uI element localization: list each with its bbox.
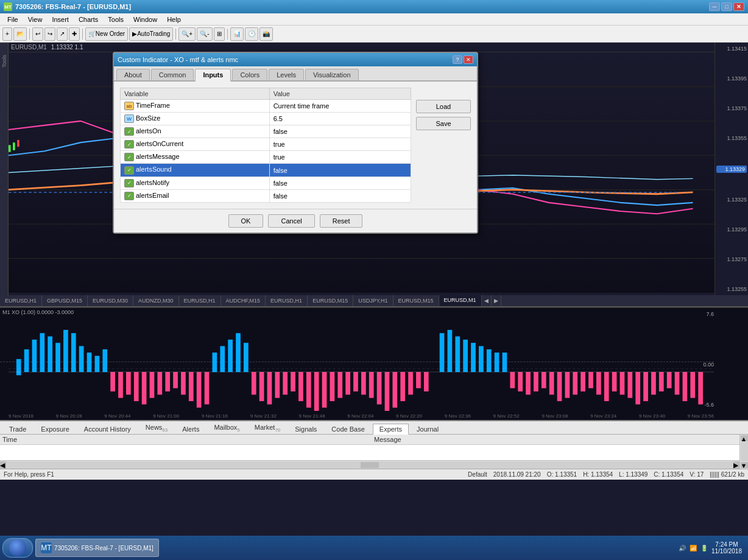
tab-account-history[interactable]: Account History bbox=[77, 424, 138, 434]
new-chart-button[interactable]: + bbox=[2, 27, 12, 41]
new-order-button[interactable]: 🛒 New Order bbox=[85, 27, 128, 41]
row-val-alertsoncurrent[interactable]: true bbox=[269, 138, 411, 151]
row-val-timeframe[interactable]: Current time frame bbox=[269, 100, 411, 113]
tab-nav-left[interactable]: ◀ bbox=[482, 295, 492, 307]
tab-experts[interactable]: Experts bbox=[373, 424, 409, 435]
tab-exposure[interactable]: Exposure bbox=[34, 424, 76, 434]
tab-trade[interactable]: Trade bbox=[2, 424, 33, 434]
arrow-button[interactable]: ↗ bbox=[57, 27, 68, 41]
cancel-button[interactable]: Cancel bbox=[268, 214, 314, 228]
table-row[interactable]: ✓alertsEmail false bbox=[121, 189, 411, 202]
tab-news[interactable]: News63 bbox=[139, 422, 174, 434]
svg-rect-83 bbox=[588, 372, 593, 388]
svg-rect-82 bbox=[580, 372, 585, 391]
table-row[interactable]: ✓alertsOnCurrent true bbox=[121, 138, 411, 151]
chart-tab-eurusdh1-3[interactable]: EURUSD,H1 bbox=[266, 295, 308, 307]
dialog-tab-colors[interactable]: Colors bbox=[232, 69, 267, 80]
chart-tab-eurusdm30[interactable]: EURUSD,M30 bbox=[88, 295, 133, 307]
table-row[interactable]: WBoxSize 6.5 bbox=[121, 113, 411, 125]
h-scrollbar[interactable]: ◀ ▶ bbox=[0, 460, 739, 469]
chart-tab-audchfm15[interactable]: AUDCHF,M15 bbox=[221, 295, 266, 307]
tab-nav-right[interactable]: ▶ bbox=[492, 295, 501, 307]
dialog-tab-common[interactable]: Common bbox=[151, 69, 194, 80]
icon-green-5: ✓ bbox=[124, 179, 134, 187]
close-button[interactable]: ✕ bbox=[733, 2, 744, 11]
screen-button[interactable]: 📸 bbox=[259, 27, 273, 41]
maximize-button[interactable]: □ bbox=[721, 2, 732, 11]
open-button[interactable]: 📂 bbox=[13, 27, 27, 41]
row-val-boxsize[interactable]: 6.5 bbox=[269, 113, 411, 125]
zoom-out-button[interactable]: 🔍- bbox=[197, 27, 212, 41]
tab-alerts[interactable]: Alerts bbox=[175, 424, 206, 434]
grid-button[interactable]: ⊞ bbox=[214, 27, 225, 41]
terminal-scrollbar[interactable]: ▲ ▼ bbox=[739, 435, 748, 469]
dialog-help-button[interactable]: ? bbox=[453, 55, 462, 64]
menu-file[interactable]: File bbox=[2, 15, 23, 24]
scroll-up-btn[interactable]: ▲ bbox=[741, 435, 748, 441]
dialog-close-button[interactable]: ✕ bbox=[464, 55, 473, 64]
zoom-in-button[interactable]: 🔍+ bbox=[178, 27, 196, 41]
system-clock[interactable]: 7:24 PM 11/10/2018 bbox=[711, 541, 742, 555]
clock-button[interactable]: 🕐 bbox=[245, 27, 258, 41]
undo-button[interactable]: ↩ bbox=[32, 27, 43, 41]
row-val-alertson[interactable]: false bbox=[269, 125, 411, 138]
row-val-alertsnotify[interactable]: false bbox=[269, 177, 411, 189]
hscroll-right-btn[interactable]: ▶ bbox=[733, 461, 739, 469]
table-row[interactable]: ✓alertsNotify false bbox=[121, 177, 411, 189]
tab-journal[interactable]: Journal bbox=[410, 424, 445, 434]
menu-view[interactable]: View bbox=[23, 15, 48, 24]
scroll-down-btn[interactable]: ▼ bbox=[741, 462, 748, 468]
tab-signals[interactable]: Signals bbox=[288, 424, 323, 434]
row-val-alertsemail[interactable]: false bbox=[269, 189, 411, 202]
autotrading-button[interactable]: ▶ AutoTrading bbox=[129, 27, 173, 41]
menu-charts[interactable]: Charts bbox=[74, 15, 103, 24]
chart-tab-eurusdm15-2[interactable]: EURUSD,M15 bbox=[393, 295, 439, 307]
taskbar-mt4-item[interactable]: MT 7305206: FBS-Real-7 - [EURSD,M1] bbox=[35, 539, 159, 557]
chart-tab-eurusdm1[interactable]: EURUSD,M1 bbox=[439, 295, 482, 307]
dialog-tab-inputs[interactable]: Inputs bbox=[195, 69, 231, 82]
table-row[interactable]: abTimeFrame Current time frame bbox=[121, 100, 411, 113]
terminal-tab-bar: Trade Exposure Account History News63 Al… bbox=[0, 421, 748, 435]
tab-market[interactable]: Market70 bbox=[248, 422, 288, 434]
dialog-tab-visualization[interactable]: Visualization bbox=[305, 69, 359, 80]
menu-help[interactable]: Help bbox=[162, 15, 186, 24]
ok-button[interactable]: OK bbox=[228, 214, 264, 228]
cross-button[interactable]: ✚ bbox=[69, 27, 80, 41]
svg-rect-27 bbox=[142, 372, 147, 404]
dialog-tab-levels[interactable]: Levels bbox=[269, 69, 304, 80]
chart-tab-gbpusdm15[interactable]: GBPUSD,M15 bbox=[42, 295, 88, 307]
svg-rect-26 bbox=[134, 372, 139, 401]
svg-rect-47 bbox=[298, 372, 303, 401]
table-row[interactable]: ✓alertsMessage true bbox=[121, 151, 411, 164]
tab-mailbox[interactable]: Mailbox5 bbox=[207, 422, 246, 434]
period-button[interactable]: 📊 bbox=[230, 27, 244, 41]
menu-window[interactable]: Window bbox=[129, 15, 162, 24]
hscroll-left-btn[interactable]: ◀ bbox=[0, 461, 6, 469]
row-val-alertssound[interactable]: false bbox=[269, 164, 411, 177]
chart-tab-eurusdh1-2[interactable]: EURUSD,H1 bbox=[179, 295, 221, 307]
menu-tools[interactable]: Tools bbox=[103, 15, 129, 24]
price-1: 1.13415 bbox=[716, 46, 747, 52]
save-button[interactable]: Save bbox=[416, 117, 471, 130]
start-button[interactable] bbox=[2, 538, 33, 558]
row-val-alertsmessage[interactable]: true bbox=[269, 151, 411, 164]
tab-codebase[interactable]: Code Base bbox=[325, 424, 371, 434]
icon-green-4: ✓ bbox=[124, 166, 134, 175]
speaker-icon[interactable]: 🔊 bbox=[679, 545, 686, 551]
hscroll-handle[interactable] bbox=[361, 462, 379, 468]
menu-insert[interactable]: Insert bbox=[47, 15, 74, 24]
reset-button[interactable]: Reset bbox=[320, 214, 363, 228]
svg-rect-20 bbox=[87, 352, 92, 372]
chart-tab-usdjpyh1[interactable]: USDJPY,H1 bbox=[353, 295, 393, 307]
chart-tab-eurusdm15[interactable]: EURUSD,M15 bbox=[308, 295, 353, 307]
minimize-button[interactable]: ─ bbox=[709, 2, 720, 11]
table-row-selected[interactable]: ✓alertsSound false bbox=[121, 164, 411, 177]
svg-rect-46 bbox=[291, 372, 295, 391]
svg-rect-90 bbox=[643, 372, 648, 401]
table-row[interactable]: ✓alertsOn false bbox=[121, 125, 411, 138]
load-button[interactable]: Load bbox=[416, 100, 471, 113]
chart-tab-audnzdm30[interactable]: AUDNZD,M30 bbox=[133, 295, 179, 307]
redo-button[interactable]: ↪ bbox=[44, 27, 55, 41]
chart-tab-eurusdh1-1[interactable]: EURUSD,H1 bbox=[0, 295, 42, 307]
dialog-tab-about[interactable]: About bbox=[116, 69, 150, 80]
